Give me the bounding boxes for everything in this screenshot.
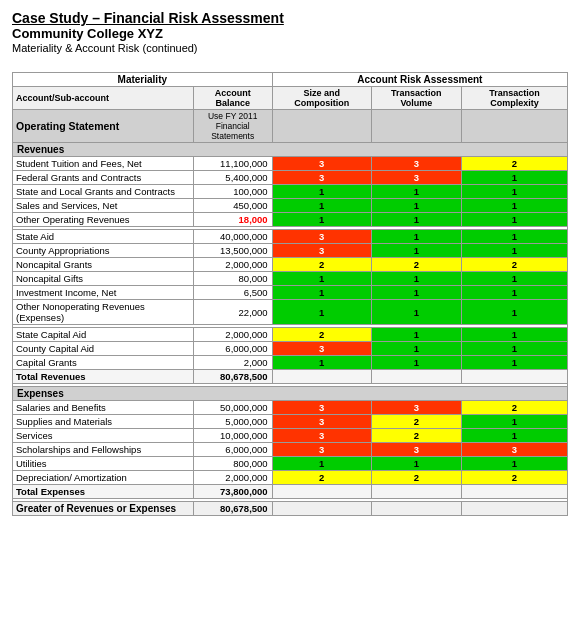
revenues-header: Revenues [13,143,568,157]
list-item: Supplies and Materials 5,000,000 3 2 1 [13,415,568,429]
list-item: Services 10,000,000 3 2 1 [13,429,568,443]
total-revenues-row: Total Revenues 80,678,500 [13,370,568,384]
list-item: State Capital Aid 2,000,000 2 1 1 [13,328,568,342]
list-item: Investment Income, Net 6,500 1 1 1 [13,286,568,300]
size-comp-header: Size and Composition [272,87,371,110]
list-item: Other Nonoperating Revenues (Expenses) 2… [13,300,568,325]
greater-of-row: Greater of Revenues or Expenses 80,678,5… [13,502,568,516]
list-item: Capital Grants 2,000 1 1 1 [13,356,568,370]
account-balance-header: Account Balance [193,87,272,110]
list-item: Utilities 800,000 1 1 1 [13,457,568,471]
list-item: Noncapital Grants 2,000,000 2 2 2 [13,258,568,272]
list-item: Scholarships and Fellowships 6,000,000 3… [13,443,568,457]
trans-cmplx-header: Transaction Complexity [461,87,567,110]
title-section: Case Study – Financial Risk Assessment C… [12,10,568,55]
use-fy-cell: Use FY 2011 Financial Statements [193,110,272,143]
title-line2: Community College XYZ [12,26,568,41]
materiality-header: Materiality [13,73,273,87]
risk-table: Materiality Account Risk Assessment Acco… [12,72,568,516]
risk-header: Account Risk Assessment [272,73,567,87]
title-line1: Case Study – Financial Risk Assessment [12,10,568,26]
list-item: County Appropriations 13,500,000 3 1 1 [13,244,568,258]
list-item: Depreciation/ Amortization 2,000,000 2 2… [13,471,568,485]
account-sub-header: Account/Sub-account [13,87,194,110]
list-item: Sales and Services, Net 450,000 1 1 1 [13,199,568,213]
list-item: Federal Grants and Contracts 5,400,000 3… [13,171,568,185]
trans-vol-header: Transaction Volume [371,87,461,110]
total-expenses-row: Total Expenses 73,800,000 [13,485,568,499]
list-item: Noncapital Gifts 80,000 1 1 1 [13,272,568,286]
list-item: County Capital Aid 6,000,000 3 1 1 [13,342,568,356]
list-item: Student Tuition and Fees, Net 11,100,000… [13,157,568,171]
title-line3: Materiality & Account Risk (continued) [12,41,568,55]
list-item: Other Operating Revenues 18,000 1 1 1 [13,213,568,227]
expenses-header: Expenses [13,387,568,401]
list-item: State Aid 40,000,000 3 1 1 [13,230,568,244]
list-item: Salaries and Benefits 50,000,000 3 3 2 [13,401,568,415]
operating-label: Operating Statement [13,110,194,143]
list-item: State and Local Grants and Contracts 100… [13,185,568,199]
